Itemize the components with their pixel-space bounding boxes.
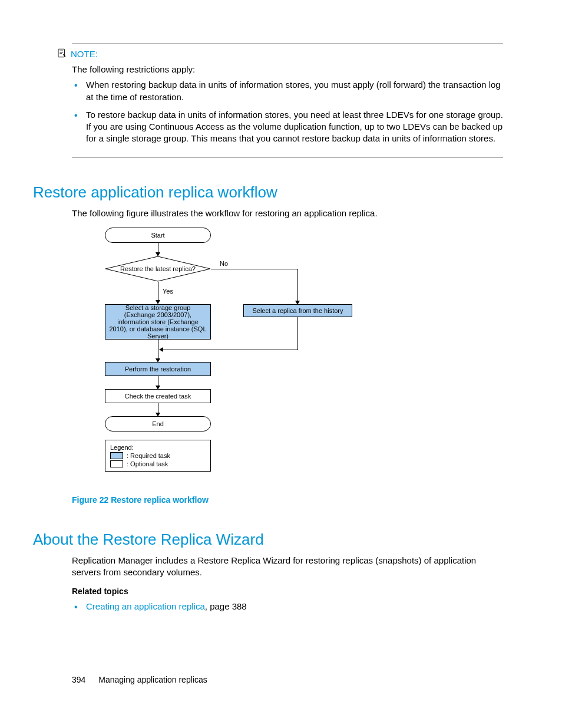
note-body: The following restrictions apply: When r… — [72, 64, 503, 145]
flow-legend: Legend: : Required task : Optional task — [105, 440, 211, 472]
legend-title: Legend: — [110, 444, 204, 451]
flow-decision: Restore the latest replica? — [105, 256, 211, 282]
flow-select-group: Select a storage group (Exchange 2003/20… — [105, 304, 211, 340]
section2-body: Replication Manager includes a Restore R… — [72, 555, 503, 579]
figure-22: Start Restore the latest replica? No Yes… — [72, 228, 503, 505]
flow-decision-text: Restore the latest replica? — [105, 256, 211, 282]
figure-caption: Figure 22 Restore replica workflow — [72, 495, 503, 505]
page-content: NOTE: The following restrictions apply: … — [0, 0, 562, 613]
section-heading-wizard: About the Restore Replica Wizard — [33, 531, 503, 549]
flow-end: End — [105, 416, 211, 431]
note-bullets: When restoring backup data in units of i… — [72, 79, 503, 144]
arrow-head-icon — [159, 347, 163, 352]
flow-perform: Perform the restoration — [105, 362, 211, 376]
legend-row-optional: : Optional task — [110, 460, 204, 467]
footer-chapter-title: Managing application replicas — [98, 675, 207, 684]
related-topics-list: Creating an application replica, page 38… — [72, 601, 503, 612]
note-rule-bottom — [72, 157, 503, 157]
note-rule-top — [72, 44, 503, 44]
related-topics-heading: Related topics — [72, 587, 503, 596]
note-icon — [57, 48, 67, 60]
page-footer: 394 Managing application replicas — [72, 675, 207, 684]
flow-arrow — [161, 350, 298, 350]
flow-check: Check the created task — [105, 389, 211, 403]
flow-start: Start — [105, 228, 211, 243]
flowchart: Start Restore the latest replica? No Yes… — [72, 228, 331, 487]
flow-arrow — [158, 282, 158, 301]
legend-swatch-optional — [110, 460, 123, 467]
flow-yes-label: Yes — [163, 288, 173, 295]
page-number: 394 — [72, 675, 85, 684]
flow-arrow — [211, 269, 297, 269]
note-bullet-1: When restoring backup data in units of i… — [72, 79, 503, 103]
flow-select-history: Select a replica from the history — [243, 304, 352, 317]
section-heading-workflow: Restore application replica workflow — [33, 183, 503, 202]
flow-arrow — [158, 340, 158, 360]
note-header: NOTE: — [57, 48, 503, 60]
related-topic-link[interactable]: Creating an application replica — [86, 601, 205, 611]
legend-optional-label: : Optional task — [127, 460, 168, 467]
flow-no-label: No — [220, 260, 228, 267]
flow-arrow — [297, 269, 298, 302]
svg-rect-0 — [58, 49, 65, 57]
note-bullet-2: To restore backup data in units of infor… — [72, 109, 503, 145]
legend-required-label: : Required task — [127, 452, 170, 459]
flow-arrow — [297, 317, 298, 350]
note-intro: The following restrictions apply: — [72, 64, 503, 75]
note-label: NOTE: — [71, 49, 98, 59]
section1-intro: The following figure illustrates the wor… — [72, 207, 503, 219]
legend-row-required: : Required task — [110, 452, 204, 459]
arrow-head-icon — [156, 300, 160, 304]
related-topic-item: Creating an application replica, page 38… — [72, 601, 503, 612]
legend-swatch-required — [110, 452, 123, 459]
related-topic-suffix: , page 388 — [205, 601, 247, 611]
